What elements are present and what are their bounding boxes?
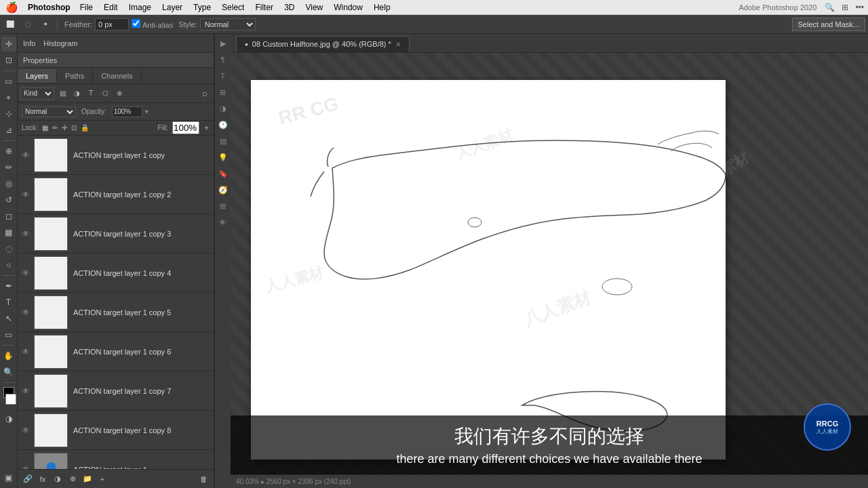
menu-layer[interactable]: Layer bbox=[157, 3, 188, 12]
layer-item[interactable]: 👁 ACTION target layer 1 copy 7 bbox=[18, 371, 214, 411]
menu-edit[interactable]: Edit bbox=[98, 3, 123, 12]
menu-select[interactable]: Select bbox=[216, 3, 250, 12]
layer-item[interactable]: 👁 ACTION target layer 1 copy bbox=[18, 136, 214, 175]
eye-icon[interactable]: 👁 bbox=[216, 216, 230, 229]
visibility-icon[interactable]: 👁 bbox=[20, 347, 31, 357]
hand-tool[interactable]: ✋ bbox=[1, 348, 16, 363]
shape-tool[interactable]: ▭ bbox=[1, 327, 16, 342]
menu-window[interactable]: Window bbox=[328, 3, 368, 12]
style-select[interactable]: NormalFixed RatioFixed Size bbox=[200, 18, 256, 30]
adjustment-icon[interactable]: ⊕ bbox=[66, 473, 79, 485]
clone-tool[interactable]: ◎ bbox=[1, 176, 16, 191]
menu-help[interactable]: Help bbox=[368, 3, 396, 12]
action-icon[interactable]: ▤ bbox=[216, 134, 230, 148]
eyedropper-tool[interactable]: ⊿ bbox=[1, 123, 16, 138]
lock-artboard-icon[interactable]: ⊡ bbox=[71, 124, 77, 131]
history-icon[interactable]: 🕐 bbox=[216, 118, 230, 131]
apple-logo[interactable]: 🍎 bbox=[0, 1, 24, 14]
lock-position-icon[interactable]: ✛ bbox=[62, 124, 67, 131]
magic-wand-tool[interactable]: ✦ bbox=[38, 17, 53, 32]
path-select[interactable]: ↖ bbox=[1, 311, 16, 326]
move-tool[interactable]: ✛ bbox=[1, 37, 16, 52]
light-icon[interactable]: 💡 bbox=[216, 150, 230, 164]
view-icon[interactable]: ⊞ bbox=[839, 3, 851, 12]
mask-icon[interactable]: ◑ bbox=[52, 473, 64, 485]
marquee-tool[interactable]: ⬜ bbox=[3, 17, 18, 32]
filter-smart-icon[interactable]: ⊕ bbox=[113, 87, 125, 100]
menu-filter[interactable]: Filter bbox=[250, 3, 279, 12]
search-icon[interactable]: 🔍 bbox=[821, 3, 839, 12]
lasso-tool-left[interactable]: ⌖ bbox=[1, 90, 16, 105]
grid-icon[interactable]: ⊞ bbox=[216, 85, 230, 99]
dots-icon[interactable]: ••• bbox=[851, 3, 868, 12]
visibility-icon[interactable]: 👁 bbox=[20, 229, 31, 239]
visibility-icon[interactable]: 👁 bbox=[20, 268, 31, 278]
filter-adjustment-icon[interactable]: ◑ bbox=[71, 87, 83, 100]
histogram-label[interactable]: Histogram bbox=[43, 39, 77, 47]
opacity-dropdown[interactable]: ▼ bbox=[144, 108, 150, 115]
layer-item[interactable]: 👁 ACTION target layer 1 copy 3 bbox=[18, 214, 214, 253]
background-color[interactable] bbox=[5, 394, 16, 405]
type-tool[interactable]: T bbox=[1, 295, 16, 310]
tab-channels[interactable]: Channels bbox=[93, 69, 141, 83]
new-layer-icon[interactable]: + bbox=[96, 473, 108, 485]
link-layers-icon[interactable]: 🔗 bbox=[22, 473, 34, 485]
canvas-content[interactable]: RR CG 人人素材 RR CG 人人素材 RR CG 人人素材 人人素材 八人… bbox=[231, 53, 868, 474]
type-icon[interactable]: T bbox=[216, 69, 230, 83]
menu-view[interactable]: View bbox=[300, 3, 328, 12]
screen-mode[interactable]: ▣ bbox=[1, 470, 16, 485]
layer-item[interactable]: 👁 ACTION target layer 1 copy 2 bbox=[18, 175, 214, 214]
layer-item[interactable]: 👁 ACTION target layer 1 copy 4 bbox=[18, 253, 214, 293]
opacity-input[interactable] bbox=[112, 106, 142, 117]
lasso-tool[interactable]: ◌ bbox=[20, 17, 35, 32]
fill-input[interactable] bbox=[172, 121, 199, 134]
tab-paths[interactable]: Paths bbox=[57, 69, 93, 83]
healing-tool[interactable]: ⊕ bbox=[1, 144, 16, 159]
visibility-icon[interactable]: 👁 bbox=[20, 150, 31, 160]
layer-item[interactable]: 👁 ACTION target layer 1 copy 6 bbox=[18, 332, 214, 371]
canvas-tab[interactable]: ● 08 Custom Halftone.jpg @ 40% (RGB/8) *… bbox=[236, 36, 410, 52]
filter-shape-icon[interactable]: ⬡ bbox=[99, 87, 111, 100]
anti-alias-checkbox[interactable] bbox=[132, 19, 140, 28]
marquee-tool-left[interactable]: ▭ bbox=[1, 74, 16, 89]
blend-mode-select[interactable]: NormalMultiplyScreen bbox=[22, 106, 76, 117]
tab-layers[interactable]: Layers bbox=[18, 69, 57, 83]
bookmark-icon[interactable]: 🔖 bbox=[216, 167, 230, 180]
compass-icon[interactable]: 🧭 bbox=[216, 183, 230, 197]
properties-label[interactable]: Properties bbox=[23, 56, 57, 64]
quick-mask[interactable]: ◑ bbox=[1, 411, 16, 426]
table-icon[interactable]: ⊞ bbox=[216, 199, 230, 213]
menu-type[interactable]: Type bbox=[188, 3, 216, 12]
feather-input[interactable] bbox=[95, 18, 129, 30]
layer-item[interactable]: 👁 ACTION target layer 1 copy 8 bbox=[18, 411, 214, 450]
crop-tool[interactable]: ⊹ bbox=[1, 106, 16, 121]
group-icon[interactable]: 📁 bbox=[81, 473, 94, 485]
zoom-tool[interactable]: 🔍 bbox=[1, 365, 16, 380]
visibility-icon[interactable]: 👁 bbox=[20, 190, 31, 199]
play-icon[interactable]: ▶ bbox=[216, 37, 230, 50]
lock-image-icon[interactable]: ✏ bbox=[52, 124, 58, 131]
visibility-icon[interactable]: 👁 bbox=[20, 386, 31, 396]
blur-tool[interactable]: ◌ bbox=[1, 241, 16, 256]
filter-type-icon[interactable]: T bbox=[85, 87, 97, 100]
history-brush[interactable]: ↺ bbox=[1, 192, 16, 207]
gradient-tool[interactable]: ▦ bbox=[1, 225, 16, 240]
filter-kind-select[interactable]: KindNameEffect bbox=[20, 87, 54, 100]
lock-all-icon[interactable]: 🔒 bbox=[81, 124, 89, 131]
eraser-tool[interactable]: ◻ bbox=[1, 209, 16, 224]
info-label[interactable]: Info bbox=[23, 39, 35, 47]
dodge-tool[interactable]: ○ bbox=[1, 258, 16, 272]
tab-close-icon[interactable]: ✕ bbox=[395, 41, 401, 48]
fx-icon[interactable]: fx bbox=[37, 473, 49, 485]
layer-item[interactable]: 👁 👤 ACTION target layer 1 bbox=[18, 450, 214, 469]
visibility-icon[interactable]: 👁 bbox=[20, 426, 31, 435]
filter-toggle[interactable]: ○ bbox=[199, 87, 211, 100]
adjust-icon[interactable]: ◑ bbox=[216, 102, 230, 115]
layer-item[interactable]: 👁 ACTION target layer 1 copy 5 bbox=[18, 293, 214, 332]
menu-image[interactable]: Image bbox=[123, 3, 157, 12]
select-mask-button[interactable]: Select and Mask... bbox=[792, 18, 866, 31]
visibility-icon[interactable]: 👁 bbox=[20, 308, 31, 317]
fill-dropdown[interactable]: ▼ bbox=[203, 125, 210, 131]
lock-transparent-icon[interactable]: ▦ bbox=[42, 124, 48, 131]
filter-pixel-icon[interactable]: ▤ bbox=[56, 87, 68, 100]
